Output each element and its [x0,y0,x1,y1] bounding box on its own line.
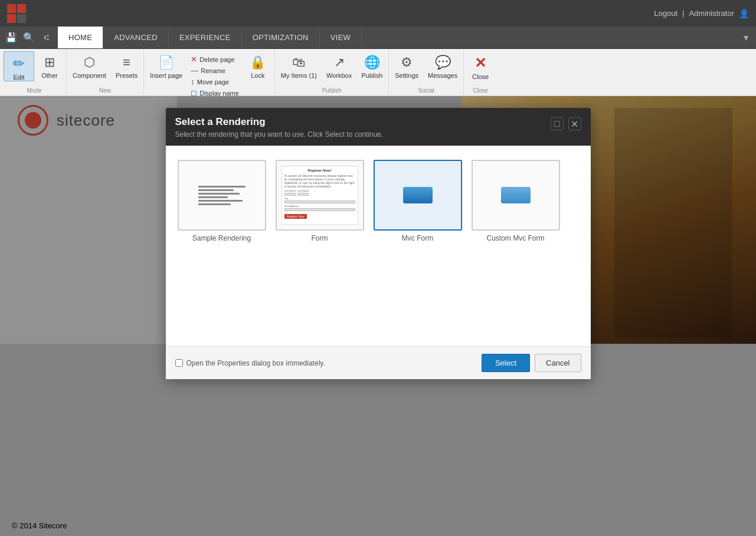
lock-button[interactable]: 🔒 Lock [243,51,273,79]
properties-checkbox[interactable] [175,359,183,367]
modal-footer: Open the Properties dialog box immediate… [166,346,591,379]
modal-header-icons: □ ✕ [551,117,581,130]
settings-button[interactable]: ⚙ Settings [390,51,423,79]
ribbon-close-group: ✕ Close Close [464,49,497,96]
rendering-item-custom-mvc[interactable]: Custom Mvc Form [472,160,560,242]
nav-chevron[interactable]: ▼ [742,27,756,48]
insert-page-label: Insert page [150,72,182,79]
rendering-item-sample[interactable]: Sample Rendering [178,160,266,242]
tab-advanced[interactable]: ADVANCED [103,27,169,48]
nav-tabs: 💾 🔍 ⑆ HOME ADVANCED EXPERIENCE OPTIMIZAT… [0,27,756,49]
move-icon: ↕ [191,77,195,86]
move-page-button[interactable]: ↕ Move page [187,76,243,87]
field-firstname [284,193,296,196]
tab-view[interactable]: VIEW [320,27,362,48]
edit-button[interactable]: ✏ Edit [4,51,34,81]
modal-subtitle: Select the rendering that you want to us… [175,130,384,139]
top-bar-separator: | [682,9,684,18]
logout-link[interactable]: Logout [654,9,678,18]
settings-label: Settings [395,72,418,79]
select-button[interactable]: Select [482,354,530,372]
display-name-label: Display name [199,90,239,97]
component-button[interactable]: ⬡ Component [68,51,111,79]
form-register-btn: Register Now [284,214,307,219]
rename-button[interactable]: — Rename [187,65,243,76]
label-firstname: First Name [284,189,296,192]
close-button[interactable]: ✕ Close [465,51,496,80]
modal-close-button[interactable]: ✕ [568,117,581,130]
new-group-label: New [68,86,142,96]
publish-group-label: Publish [276,86,387,96]
label-city: City [284,197,355,200]
rendering-label-mvc-form: Mvc Form [402,234,433,242]
ribbon: ✏ Edit ⊞ Other Mode ⬡ Component ≡ Preset… [0,49,756,96]
checkbox-label[interactable]: Open the Properties dialog box immediate… [186,359,325,367]
form-thumb-visual: Register Now! To access all Sitecore res… [282,166,358,225]
component-label: Component [73,72,106,79]
modal-maximize-button[interactable]: □ [551,117,564,130]
modal-title: Select a Rendering [175,116,384,128]
messages-icon: 💬 [435,55,451,70]
delete-icon: ✕ [191,55,197,64]
other-button[interactable]: ⊞ Other [34,51,65,79]
rendering-item-form[interactable]: Register Now! To access all Sitecore res… [276,160,364,242]
tab-experience[interactable]: EXPERIENCE [169,27,242,48]
label-lastname: Last Name [297,189,309,192]
ribbon-new-group: ⬡ Component ≡ Presets New [67,49,144,96]
select-rendering-modal: Select a Rendering Select the rendering … [166,108,591,379]
nav-search-icon[interactable]: 🔍 [21,30,37,45]
delete-page-button[interactable]: ✕ Delete page [187,54,243,65]
my-items-button[interactable]: 🛍 My Items (1) [276,51,322,79]
workbox-button[interactable]: ↗ Workbox [322,51,356,79]
social-items: ⚙ Settings 💬 Messages [390,51,462,86]
cancel-button[interactable]: Cancel [535,354,581,372]
close-items: ✕ Close [465,51,496,86]
publish-items: 🛍 My Items (1) ↗ Workbox 🌐 Publish [276,51,387,86]
presets-button[interactable]: ≡ Presets [111,51,142,79]
ribbon-publish-group: 🛍 My Items (1) ↗ Workbox 🌐 Publish Publi… [275,49,389,96]
lock-label: Lock [251,72,264,79]
new-items: ⬡ Component ≡ Presets [68,51,142,86]
user-label: Administrator [689,9,734,18]
rendering-label-form: Form [312,234,328,242]
logo-cell-3 [7,14,16,23]
top-bar: Logout | Administrator 👤 [0,0,756,27]
field-city [284,200,355,203]
logo-cell-4 [17,14,26,23]
my-items-icon: 🛍 [292,55,305,70]
field-lastname [297,193,309,196]
logo-grid [7,4,26,23]
settings-icon: ⚙ [401,55,413,70]
nav-share-icon[interactable]: ⑆ [39,30,54,45]
publish-button[interactable]: 🌐 Publish [356,51,387,79]
form-title-text: Register Now! [284,169,355,172]
rendering-label-custom-mvc: Custom Mvc Form [486,234,544,242]
messages-button[interactable]: 💬 Messages [423,51,462,79]
insert-page-button[interactable]: 📄 Insert page [145,51,187,79]
ribbon-mode-group: ✏ Edit ⊞ Other Mode [2,49,67,96]
tab-optimization[interactable]: OPTIMIZATION [242,27,320,48]
nav-save-icon[interactable]: 💾 [4,30,19,45]
checkbox-row: Open the Properties dialog box immediate… [175,359,325,367]
custom-mvc-icon [501,187,531,203]
modal-header-content: Select a Rendering Select the rendering … [175,116,384,139]
rendering-thumb-custom-mvc [472,160,560,231]
rename-icon: — [191,66,198,75]
rendering-item-mvc-form[interactable]: Mvc Form [374,160,462,242]
modal-overlay: Select a Rendering Select the rendering … [0,96,756,536]
other-label: Other [41,72,58,79]
close-label: Close [472,73,489,80]
tab-home[interactable]: HOME [58,27,103,48]
modal-header: Select a Rendering Select the rendering … [166,108,591,146]
ribbon-edit-group: 📄 Insert page ✕ Delete page — Rename ↕ M… [144,49,275,96]
user-icon: 👤 [739,9,749,18]
button-row: Select Cancel [482,354,581,372]
edit-icon: ✏ [13,55,25,72]
presets-icon: ≡ [123,55,130,70]
close-group-label: Close [465,86,496,96]
label-email: Email Address [284,205,355,208]
mvc-form-icon [403,187,433,203]
edit-small-buttons: ✕ Delete page — Rename ↕ Move page ◻ Dis… [187,51,243,98]
presets-label: Presets [116,72,138,79]
form-col-1: First Name [284,189,296,196]
